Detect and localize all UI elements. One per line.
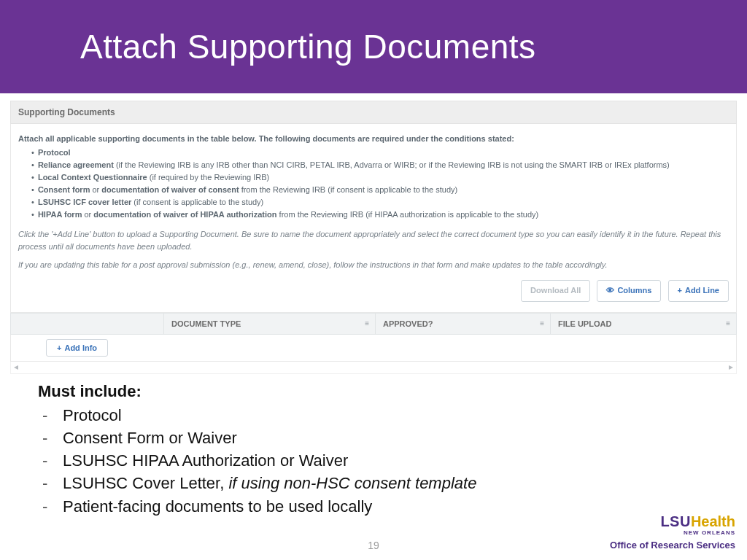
doc-item-reliance: Reliance agreement (if the Reviewing IRB… — [31, 159, 729, 171]
table-row: +Add Info — [10, 335, 737, 362]
logo-subtitle: NEW ORLEANS — [610, 530, 735, 536]
list-item: LSUHSC HIPAA Authorization or Waiver — [38, 449, 747, 472]
filter-icon[interactable]: ≡ — [726, 319, 730, 327]
table-toolbar: Download All 👁Columns +Add Line — [18, 277, 729, 307]
list-item: LSUHSC Cover Letter, if using non-HSC co… — [38, 472, 747, 494]
documents-table: DOCUMENT TYPE≡ APPROVED?≡ FILE UPLOAD≡ +… — [10, 313, 737, 374]
doc-item-cover-letter: LSUHSC ICF cover letter (if consent is a… — [31, 196, 729, 209]
notes-title: Must include: — [38, 380, 747, 402]
panel-body: Attach all applicable supporting documen… — [10, 124, 737, 313]
add-info-button[interactable]: +Add Info — [46, 339, 108, 357]
plus-icon: + — [57, 343, 61, 352]
hint-post-approval: If you are updating this table for a pos… — [18, 259, 729, 271]
col-blank — [11, 314, 164, 334]
eye-icon: 👁 — [606, 286, 614, 295]
presenter-notes: Must include: Protocol Consent Form or W… — [0, 374, 747, 518]
doc-item-hipaa: HIPAA form or documentation of waiver of… — [31, 209, 729, 221]
slide-title: Attach Supporting Documents — [80, 27, 536, 66]
col-file-upload[interactable]: FILE UPLOAD≡ — [551, 314, 736, 334]
logo-lsu: LSU — [660, 513, 691, 529]
table-header-row: DOCUMENT TYPE≡ APPROVED?≡ FILE UPLOAD≡ — [10, 313, 737, 335]
hint-add-line: Click the '+Add Line' button to upload a… — [18, 228, 729, 253]
doc-item-local-context: Local Context Questionnaire (if required… — [31, 171, 729, 184]
doc-item-consent: Consent form or documentation of waiver … — [31, 184, 729, 196]
download-all-button[interactable]: Download All — [521, 280, 590, 301]
lsu-health-logo: LSUHealth NEW ORLEANS Office of Research… — [610, 514, 735, 550]
list-item: Protocol — [38, 404, 747, 427]
add-line-button[interactable]: +Add Line — [668, 280, 729, 301]
doc-item-protocol: Protocol — [31, 147, 729, 159]
instructions-intro: Attach all applicable supporting documen… — [18, 133, 729, 145]
logo-office: Office of Research Services — [610, 540, 735, 550]
filter-icon[interactable]: ≡ — [540, 319, 544, 327]
required-docs-list: Protocol Reliance agreement (if the Revi… — [18, 147, 729, 221]
scroll-left-icon[interactable]: ◂ — [14, 362, 18, 372]
app-frame: Supporting Documents Attach all applicab… — [10, 101, 737, 374]
filter-icon[interactable]: ≡ — [365, 319, 369, 327]
plus-icon: + — [678, 286, 682, 295]
list-item: Consent Form or Waiver — [38, 427, 747, 449]
col-document-type[interactable]: DOCUMENT TYPE≡ — [164, 314, 376, 334]
horizontal-scrollbar[interactable]: ◂ ▸ — [10, 362, 737, 374]
notes-list: Protocol Consent Form or Waiver LSUHSC H… — [38, 404, 747, 518]
scroll-right-icon[interactable]: ▸ — [729, 362, 733, 372]
columns-button[interactable]: 👁Columns — [597, 280, 661, 301]
panel-header: Supporting Documents — [10, 101, 737, 124]
col-approved[interactable]: APPROVED?≡ — [376, 314, 551, 334]
logo-health: Health — [691, 513, 735, 529]
slide-title-bar: Attach Supporting Documents — [0, 0, 747, 93]
